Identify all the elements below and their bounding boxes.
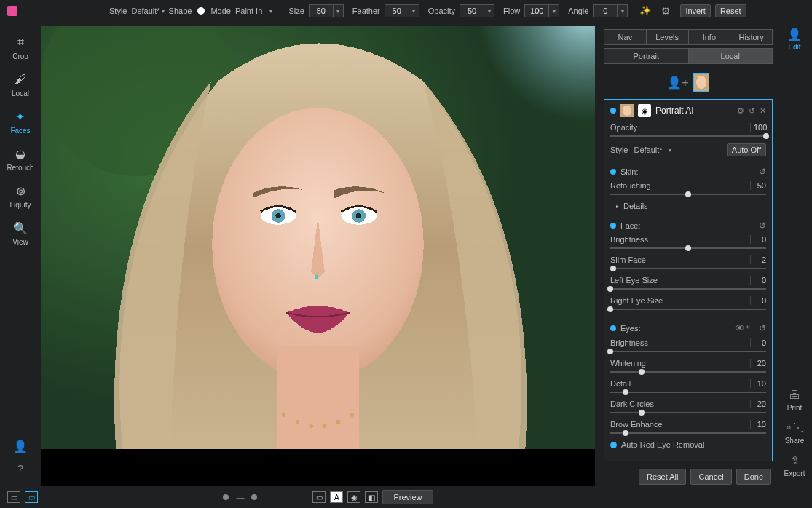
mouth-reset-icon[interactable]: ↺ [759, 460, 766, 461]
retouch-icon: ◒ [13, 146, 28, 161]
image-canvas[interactable] [41, 26, 595, 486]
panel-face-thumb [620, 104, 634, 117]
flow-label: Flow [503, 7, 520, 15]
left-tool-strip: ⌗ Crop 🖌 Local ✦ Faces ◒ Retouch ⊚ Liqui… [0, 22, 41, 486]
panel-close-icon[interactable]: ✕ [760, 106, 766, 116]
face-section-label: Face: [620, 221, 641, 230]
gear-icon[interactable]: ⚙ [661, 5, 673, 17]
tool-local[interactable]: 🖌 Local [12, 72, 29, 98]
circle-view-icon[interactable]: ◉ [347, 491, 360, 503]
user-icon[interactable]: 👤 [13, 440, 28, 453]
slider-opacity[interactable]: Opacity100 [610, 123, 766, 139]
top-toolbar: Style Default*▾ Shape Mode Paint In ▾ Si… [0, 0, 812, 22]
slider-right-eye[interactable]: Right Eye Size0 [610, 296, 766, 312]
angle-field[interactable]: 0▾ [593, 4, 628, 17]
print-icon: 🖶 [789, 389, 800, 402]
single-view-icon[interactable]: ▭ [312, 491, 326, 503]
panel-undo-icon[interactable]: ↺ [749, 106, 755, 116]
face-thumb[interactable] [693, 73, 709, 92]
tab-levels[interactable]: Levels [647, 29, 689, 45]
auto-red-eye-checkbox[interactable]: Auto Red Eye Removal [610, 440, 766, 449]
skin-dot-icon[interactable] [610, 169, 616, 175]
slider-face-brightness[interactable]: Brightness0 [610, 235, 766, 251]
chevron-down-icon[interactable]: ▾ [669, 147, 671, 154]
angle-label: Angle [568, 7, 588, 15]
face-dot-icon[interactable] [610, 223, 616, 229]
magnifier-icon: 🔍 [13, 221, 28, 235]
opacity-field[interactable]: 50▾ [460, 4, 494, 17]
tool-liquify[interactable]: ⊚ Liquify [10, 183, 31, 209]
mouth-view-icon[interactable]: 👄⁺ [733, 459, 750, 461]
adjustments-panel: ◉ Portrait AI ⚙ ↺ ✕ Opacity100 Style [604, 99, 773, 461]
preview-button[interactable]: Preview [382, 490, 433, 504]
slider-whitening[interactable]: Whitening20 [610, 359, 766, 375]
svg-point-21 [623, 106, 631, 116]
auto-off-button[interactable]: Auto Off [727, 143, 766, 156]
share-button[interactable]: ∘⋱Share [785, 421, 805, 445]
dot-icon-1[interactable] [223, 494, 229, 500]
eyes-dot-icon[interactable] [610, 325, 616, 331]
layout-icon-2[interactable]: ▭ [25, 491, 38, 503]
svg-point-16 [336, 420, 341, 424]
mask-icon[interactable]: ◉ [638, 104, 651, 117]
svg-point-11 [315, 275, 319, 279]
tool-view[interactable]: 🔍 View [12, 221, 28, 246]
feather-field[interactable]: 50▾ [385, 4, 419, 17]
tab-info[interactable]: Info [689, 29, 731, 45]
slider-slim-face[interactable]: Slim Face2 [610, 255, 766, 271]
shape-dot-icon[interactable] [197, 7, 205, 15]
tool-retouch[interactable]: ◒ Retouch [7, 146, 33, 172]
panel-gear-icon[interactable]: ⚙ [737, 106, 744, 116]
invert-button[interactable]: Invert [680, 4, 711, 17]
size-field[interactable]: 50▾ [309, 4, 344, 17]
tool-crop[interactable]: ⌗ Crop [12, 35, 28, 60]
eyes-reset-icon[interactable]: ↺ [759, 323, 766, 333]
tab-portrait[interactable]: Portrait [604, 48, 689, 64]
tab-local[interactable]: Local [689, 48, 773, 64]
crop-icon: ⌗ [13, 35, 28, 49]
mouth-section-label: Mouth: [620, 461, 645, 461]
tab-nav[interactable]: Nav [604, 29, 647, 45]
slider-brow-enhance[interactable]: Brow Enhance10 [610, 420, 766, 436]
print-button[interactable]: 🖶Print [787, 389, 803, 412]
face-reset-icon[interactable]: ↺ [759, 221, 766, 231]
eye-view-icon[interactable]: 👁⁺ [735, 322, 750, 334]
cancel-button[interactable]: Cancel [690, 469, 731, 485]
tool-faces[interactable]: ✦ Faces [10, 109, 30, 135]
slider-retouching[interactable]: Retouching50 [610, 181, 766, 197]
dot-icon-2[interactable] [251, 494, 257, 500]
layout-icon-1[interactable]: ▭ [7, 491, 20, 503]
export-button[interactable]: ⇪Export [784, 453, 805, 477]
reset-all-button[interactable]: Reset All [639, 469, 686, 485]
svg-point-15 [323, 424, 327, 428]
magic-wand-icon[interactable]: ✨ [639, 5, 651, 17]
radio-on-icon [610, 442, 617, 448]
panel-style-dd[interactable]: Default* [634, 146, 662, 154]
add-person-icon[interactable]: 👤+ [667, 76, 688, 90]
svg-point-9 [275, 213, 280, 218]
share-icon: ∘⋱ [785, 421, 804, 434]
done-button[interactable]: Done [736, 469, 771, 485]
slider-eye-brightness[interactable]: Brightness0 [610, 338, 766, 354]
svg-point-12 [282, 413, 286, 417]
reset-button[interactable]: Reset [715, 4, 746, 17]
split-view-icon[interactable]: ◧ [365, 491, 378, 503]
slider-detail[interactable]: Detail10 [610, 379, 766, 395]
style-dropdown[interactable]: Default*▾ [131, 7, 164, 15]
edit-mode-button[interactable]: 👤 Edit [787, 28, 802, 51]
tab-history[interactable]: History [730, 29, 773, 45]
svg-point-13 [296, 420, 300, 424]
app-icon [7, 6, 17, 16]
skin-reset-icon[interactable]: ↺ [759, 167, 766, 177]
bottom-bar: ▭ ▭ — ▭ A ◉ ◧ Preview [0, 486, 812, 508]
skin-details-toggle[interactable]: ▸Details [616, 202, 766, 210]
mode-dropdown[interactable]: Paint In ▾ [235, 7, 272, 15]
text-a-icon[interactable]: A [330, 491, 343, 503]
flow-field[interactable]: 100▾ [524, 4, 559, 17]
svg-point-14 [309, 424, 313, 428]
slider-left-eye[interactable]: Left Eye Size0 [610, 276, 766, 292]
help-icon[interactable]: ? [17, 462, 23, 475]
enable-dot-icon[interactable] [610, 108, 616, 114]
export-icon: ⇪ [790, 453, 800, 467]
slider-dark-circles[interactable]: Dark Circles20 [610, 400, 766, 416]
